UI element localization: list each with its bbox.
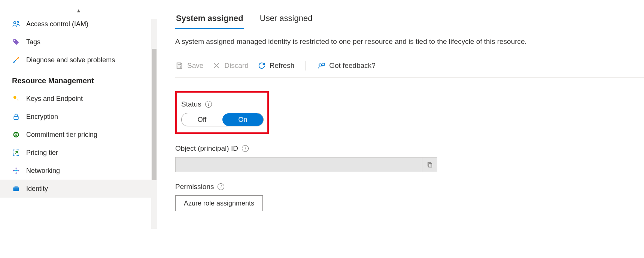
save-button: Save — [175, 62, 203, 70]
feedback-button[interactable]: Got feedback? — [317, 62, 376, 70]
sidebar-item-access-control[interactable]: Access control (IAM) — [0, 15, 157, 33]
svg-point-15 — [15, 172, 16, 174]
discard-label: Discard — [224, 62, 248, 70]
identity-description: A system assigned managed identity is re… — [175, 38, 644, 46]
svg-point-21 — [319, 64, 321, 66]
svg-rect-22 — [429, 164, 432, 167]
copy-icon — [426, 161, 433, 168]
permissions-info-icon[interactable]: i — [218, 183, 224, 190]
status-label: Status — [181, 100, 201, 108]
toolbar-separator — [306, 61, 306, 70]
svg-point-2 — [14, 40, 15, 41]
svg-point-5 — [13, 96, 16, 99]
network-icon — [12, 166, 20, 175]
main-content: System assigned User assigned A system a… — [157, 0, 644, 258]
sidebar: ▲ Access control (IAM) Tags Diagnose and… — [0, 0, 157, 258]
status-info-icon[interactable]: i — [205, 101, 212, 108]
sidebar-item-label: Networking — [26, 167, 60, 175]
status-toggle-on[interactable]: On — [222, 113, 263, 126]
status-toggle[interactable]: Off On — [181, 113, 264, 126]
people-icon — [12, 20, 20, 28]
refresh-button[interactable]: Refresh — [258, 62, 295, 70]
object-id-label: Object (principal) ID — [175, 144, 238, 153]
wrench-icon — [12, 56, 20, 64]
sidebar-section-resource-management: Resource Management — [0, 69, 157, 90]
sidebar-item-pricing-tier[interactable]: Pricing tier — [0, 144, 157, 162]
svg-rect-20 — [178, 66, 180, 68]
save-label: Save — [187, 62, 203, 70]
sidebar-item-diagnose[interactable]: Diagnose and solve problems — [0, 51, 157, 69]
lock-icon — [12, 112, 20, 121]
sidebar-item-networking[interactable]: Networking — [0, 162, 157, 180]
status-toggle-off[interactable]: Off — [182, 113, 222, 126]
svg-point-14 — [15, 168, 16, 169]
svg-point-1 — [17, 21, 18, 23]
sidebar-item-label: Diagnose and solve problems — [26, 56, 115, 64]
tag-icon — [12, 38, 20, 46]
svg-rect-23 — [428, 162, 431, 166]
permissions-label-row: Permissions i — [175, 183, 644, 191]
svg-point-0 — [13, 21, 16, 24]
tab-user-assigned[interactable]: User assigned — [259, 10, 313, 29]
dollar-icon: $ — [12, 130, 20, 139]
sidebar-item-label: Access control (IAM) — [26, 20, 88, 28]
refresh-label: Refresh — [270, 62, 295, 70]
permissions-row: Permissions i Azure role assignments — [175, 183, 644, 211]
sidebar-item-keys-endpoint[interactable]: Keys and Endpoint — [0, 90, 157, 108]
toolbar: Save Discard Refresh Got feedback? — [175, 61, 644, 78]
identity-tabs: System assigned User assigned — [175, 10, 644, 29]
identity-icon — [12, 184, 20, 193]
svg-rect-18 — [14, 189, 18, 189]
copy-object-id-button[interactable] — [422, 158, 437, 172]
sidebar-item-label: Commitment tier pricing — [26, 131, 97, 139]
azure-role-assignments-button[interactable]: Azure role assignments — [175, 195, 263, 211]
svg-rect-6 — [14, 116, 18, 119]
save-icon — [175, 62, 183, 70]
sidebar-scrollbar-thumb[interactable] — [152, 49, 157, 180]
svg-point-3 — [13, 62, 15, 63]
scroll-up-icon[interactable]: ▲ — [76, 8, 81, 14]
sidebar-item-label: Pricing tier — [26, 149, 58, 157]
svg-rect-19 — [178, 63, 180, 65]
svg-point-4 — [18, 57, 19, 58]
object-id-field — [175, 157, 437, 172]
feedback-icon — [317, 62, 325, 70]
arrowbox-icon — [12, 148, 20, 157]
sidebar-item-label: Keys and Endpoint — [26, 95, 83, 103]
svg-point-13 — [18, 170, 19, 171]
svg-rect-17 — [15, 186, 18, 187]
sidebar-item-label: Tags — [26, 38, 40, 46]
object-id-label-row: Object (principal) ID i — [175, 144, 644, 153]
permissions-label: Permissions — [175, 183, 214, 191]
svg-text:$: $ — [15, 133, 17, 136]
tab-system-assigned[interactable]: System assigned — [175, 10, 244, 29]
svg-point-11 — [15, 170, 17, 171]
svg-point-12 — [13, 170, 14, 171]
sidebar-scrollbar[interactable] — [151, 19, 157, 229]
refresh-icon — [258, 62, 266, 70]
sidebar-item-tags[interactable]: Tags — [0, 33, 157, 51]
sidebar-item-label: Identity — [26, 185, 48, 193]
status-highlight: Status i Off On — [175, 91, 269, 134]
discard-button: Discard — [212, 62, 248, 70]
sidebar-item-commitment-pricing[interactable]: $ Commitment tier pricing — [0, 126, 157, 144]
key-icon — [12, 94, 20, 103]
feedback-label: Got feedback? — [329, 62, 376, 70]
object-id-info-icon[interactable]: i — [242, 145, 249, 152]
status-label-row: Status i — [181, 100, 260, 108]
sidebar-item-encryption[interactable]: Encryption — [0, 108, 157, 126]
discard-icon — [212, 62, 221, 70]
sidebar-item-label: Encryption — [26, 113, 58, 121]
sidebar-item-identity[interactable]: Identity — [0, 180, 157, 198]
object-id-row: Object (principal) ID i — [175, 144, 644, 172]
